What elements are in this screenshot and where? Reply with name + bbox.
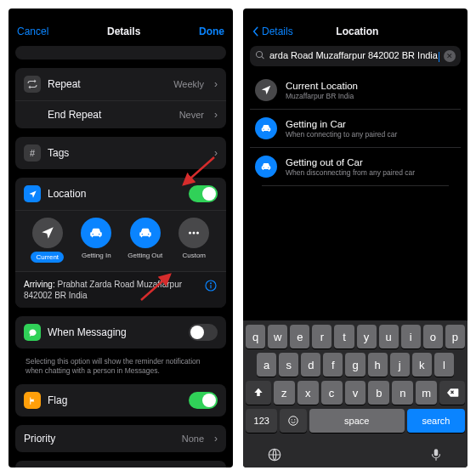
clear-icon[interactable]: ✕ [444, 50, 456, 62]
when-messaging-label: When Messaging [48, 326, 182, 338]
result-subtitle: When connecting to any paired car [286, 130, 397, 139]
key-x[interactable]: x [298, 381, 319, 405]
svg-rect-10 [434, 449, 439, 456]
key-l[interactable]: l [434, 353, 454, 377]
cancel-button[interactable]: Cancel [17, 26, 48, 37]
key-space[interactable]: space [309, 409, 405, 433]
key-m[interactable]: m [416, 381, 437, 405]
page-title: Location [336, 26, 378, 37]
key-shift[interactable] [246, 381, 271, 405]
keyboard-row-4: 123 space search [246, 409, 465, 433]
repeat-label: Repeat [48, 78, 167, 90]
key-backspace[interactable] [439, 381, 465, 405]
key-b[interactable]: b [368, 381, 389, 405]
key-i[interactable]: i [401, 325, 421, 348]
key-s[interactable]: s [279, 353, 298, 377]
key-w[interactable]: w [268, 325, 287, 348]
key-j[interactable]: j [390, 353, 410, 377]
car-icon [130, 218, 161, 248]
svg-point-0 [189, 232, 191, 235]
result-title: Getting in Car [286, 119, 397, 129]
key-z[interactable]: z [274, 381, 295, 405]
chevron-right-icon: › [214, 433, 218, 445]
location-row: Location [15, 178, 226, 210]
repeat-icon [24, 76, 41, 93]
key-n[interactable]: n [392, 381, 413, 405]
info-icon[interactable] [204, 279, 218, 294]
key-q[interactable]: q [246, 325, 265, 348]
svg-point-8 [294, 419, 295, 420]
location-toggle[interactable] [189, 185, 218, 202]
key-u[interactable]: u [379, 325, 399, 348]
chevron-right-icon: › [214, 109, 218, 121]
row-stub [15, 46, 226, 60]
repeat-row[interactable]: Repeat Weekly › [15, 68, 226, 100]
back-button[interactable]: Details [252, 26, 293, 37]
svg-point-6 [289, 416, 298, 426]
tags-row[interactable]: # Tags › [15, 137, 226, 169]
keyboard: q w e r t y u i o p a s d f g h j k l [243, 320, 468, 442]
search-field[interactable]: arda Road Muzaffarpur 842002 BR India ✕ [250, 46, 461, 66]
flag-row: Flag [15, 384, 226, 416]
key-r[interactable]: r [312, 325, 332, 348]
result-subtitle: When disconnecting from any paired car [286, 168, 415, 177]
location-option-getting-in[interactable]: Getting In [76, 218, 117, 263]
end-repeat-row[interactable]: End Repeat Never › [15, 100, 226, 128]
location-search-screen: Details Location arda Road Muzaffarpur 8… [243, 8, 468, 468]
globe-icon[interactable] [267, 447, 282, 464]
result-getting-out-car[interactable]: Getting out of Car When disconnecting fr… [250, 147, 461, 185]
key-f[interactable]: f [323, 353, 343, 377]
current-label: Current [31, 252, 64, 263]
key-c[interactable]: c [321, 381, 343, 405]
location-option-current[interactable]: Current [27, 218, 68, 263]
key-k[interactable]: k [412, 353, 432, 377]
key-g[interactable]: g [345, 353, 365, 377]
location-icon [24, 185, 41, 202]
key-h[interactable]: h [368, 353, 388, 377]
location-option-custom[interactable]: Custom [174, 218, 215, 263]
key-e[interactable]: e [290, 325, 309, 348]
key-emoji[interactable] [280, 409, 306, 433]
hash-icon: # [24, 144, 41, 162]
priority-value: None [182, 434, 204, 444]
key-d[interactable]: d [301, 353, 320, 377]
svg-point-7 [292, 419, 292, 420]
ellipsis-icon [178, 218, 209, 248]
result-current-location[interactable]: Current Location Muzaffarpur BR India [250, 71, 461, 109]
result-subtitle: Muzaffarpur BR India [286, 92, 358, 100]
location-label: Location [48, 188, 182, 200]
car-icon [255, 117, 277, 139]
key-v[interactable]: v [345, 381, 366, 405]
key-o[interactable]: o [423, 325, 443, 348]
result-getting-in-car[interactable]: Getting in Car When connecting to any pa… [250, 109, 461, 147]
page-title: Details [107, 26, 140, 37]
getting-out-label: Getting Out [128, 252, 162, 259]
custom-label: Custom [182, 252, 206, 259]
when-messaging-note: Selecting this option will show the remi… [15, 357, 226, 384]
key-t[interactable]: t [334, 325, 354, 348]
arriving-address-row[interactable]: Arriving: Prabhat Zarda Road Muzaffarpur… [15, 271, 226, 308]
key-a[interactable]: a [257, 353, 276, 377]
priority-row[interactable]: Priority None › [15, 425, 226, 452]
mic-icon[interactable] [428, 447, 444, 464]
arriving-prefix: Arriving: [24, 280, 55, 289]
list-row[interactable]: List High priority › [15, 461, 226, 468]
key-p[interactable]: p [445, 325, 465, 348]
navbar: Cancel Details Done [8, 20, 233, 46]
car-icon [255, 156, 277, 178]
svg-point-2 [196, 232, 199, 235]
keyboard-bottom-bar [243, 442, 468, 468]
key-search[interactable]: search [407, 409, 465, 433]
location-option-getting-out[interactable]: Getting Out [125, 218, 166, 263]
when-messaging-toggle[interactable] [189, 324, 218, 341]
flag-toggle[interactable] [189, 392, 218, 409]
key-123[interactable]: 123 [246, 409, 277, 433]
navbar: Details Location [243, 20, 468, 46]
flag-label: Flag [48, 394, 182, 406]
keyboard-row-1: q w e r t y u i o p [246, 325, 465, 348]
end-repeat-label: End Repeat [24, 109, 173, 121]
key-y[interactable]: y [357, 325, 377, 348]
search-input[interactable]: arda Road Muzaffarpur 842002 BR India [269, 50, 439, 61]
details-screen: Cancel Details Done Repeat Weekly › End … [8, 8, 233, 468]
done-button[interactable]: Done [199, 26, 224, 37]
